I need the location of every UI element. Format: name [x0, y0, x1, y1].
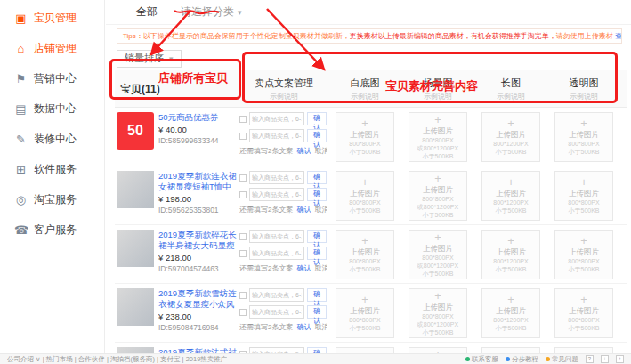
- selling-point-input[interactable]: [249, 129, 304, 142]
- upload-transparent-box[interactable]: +上传图片800*800PX小于500KB: [554, 112, 613, 162]
- back-to-top-icon[interactable]: ↑: [616, 355, 624, 363]
- product-name-link[interactable]: 2019夏季新款雪纺连衣裙女夏显瘦小众风裙女: [158, 288, 239, 310]
- confirm-mini-button[interactable]: 确认: [307, 288, 327, 302]
- upload-limit: 小于500KB: [349, 207, 380, 215]
- cancel-link[interactable]: 取消: [314, 146, 327, 156]
- sidebar-item-marketing-center[interactable]: ⚑ 营销中心: [0, 63, 104, 93]
- upload-long-box[interactable]: +上传图片800*1200PX小于500KB: [481, 230, 540, 279]
- upload-scene-box[interactable]: +上传图片800*800PX或800*1200PX小于500KB: [409, 230, 467, 279]
- selling-point-input[interactable]: [249, 112, 304, 125]
- plus-icon: +: [580, 235, 587, 247]
- category-dropdown[interactable]: 请选择分类 ▾: [181, 4, 242, 20]
- cancel-link[interactable]: 取消: [314, 205, 327, 214]
- product-price: ¥ 218.00: [158, 253, 239, 263]
- footer-faq[interactable]: 常见问题: [546, 355, 578, 364]
- selling-point-input[interactable]: [249, 305, 304, 319]
- plus-icon: +: [434, 231, 441, 243]
- grid-icon: ⊞: [14, 163, 28, 176]
- help-icon[interactable]: ?: [586, 355, 594, 363]
- cancel-link[interactable]: 取消: [314, 322, 327, 332]
- plus-icon: +: [580, 176, 587, 188]
- upload-long-box[interactable]: +上传图片800*1200PX小于500KB: [481, 112, 540, 162]
- upload-scene-box[interactable]: +上传图片800*800PX或800*1200PX小于500KB: [409, 171, 467, 221]
- status-dot-icon: [546, 357, 550, 361]
- cancel-link[interactable]: 取消: [314, 263, 327, 273]
- upload-transparent-box[interactable]: +上传图片800*800PX小于500KB: [554, 288, 613, 338]
- column-sub-long[interactable]: 示例说明: [474, 92, 547, 101]
- upload-limit: 小于500KB: [349, 149, 380, 157]
- upload-scene-box[interactable]: +上传图片800*800PX或800*1200PX小于500KB: [409, 112, 467, 162]
- upload-white-bg-box[interactable]: +上传图片800*800PX小于500KB: [336, 288, 394, 338]
- selling-point-checkbox[interactable]: [239, 250, 247, 257]
- column-sub-scene[interactable]: 示例说明: [401, 92, 474, 101]
- footer-item-label: 常见问题: [552, 355, 578, 364]
- confirm-link[interactable]: 确认: [296, 146, 311, 156]
- upload-long-box[interactable]: +上传图片800*1200PX小于500KB: [481, 288, 540, 338]
- sidebar-item-software-service[interactable]: ⊞ 软件服务: [0, 154, 104, 184]
- selling-point-checkbox[interactable]: [239, 309, 247, 316]
- confirm-mini-button[interactable]: 确认: [307, 230, 327, 243]
- upload-white-bg-box[interactable]: +上传图片800*800PX小于500KB: [336, 112, 394, 162]
- product-id: ID:595084716984: [158, 323, 239, 332]
- product-name-link[interactable]: 50元商品优惠券: [158, 112, 219, 123]
- selling-point-checkbox[interactable]: [239, 191, 247, 198]
- footer-tutorial[interactable]: 分步教程: [506, 355, 538, 364]
- column-sub-transparent[interactable]: 示例说明: [547, 92, 620, 101]
- selling-point-input[interactable]: [249, 171, 304, 184]
- sidebar-item-taobao-service[interactable]: ◎ 淘宝服务: [0, 184, 104, 214]
- chart-icon: ▤: [14, 102, 28, 116]
- confirm-mini-button[interactable]: 确认: [307, 305, 327, 319]
- sidebar-item-data-center[interactable]: ▤ 数据中心: [0, 93, 104, 124]
- selling-point-checkbox[interactable]: [239, 233, 247, 240]
- selling-point-checkbox[interactable]: [239, 174, 247, 182]
- sidebar-item-decoration-center[interactable]: ✎ 装修中心: [0, 124, 104, 154]
- footer-links[interactable]: 公司介绍 ∨ | 热门市场 | 合作伙伴 | 淘拍档(服务商) | 支付宝 | …: [7, 355, 227, 364]
- upload-scene-box[interactable]: +上传图片800*800PX或800*1200PX小于500KB: [409, 288, 467, 338]
- selling-point-checkbox[interactable]: [239, 116, 247, 123]
- chevron-down-icon: ▾: [169, 54, 174, 63]
- tips-detail-link[interactable]: 查看详情>: [615, 32, 622, 40]
- selling-point-input[interactable]: [249, 230, 304, 243]
- selling-point-checkbox[interactable]: [239, 133, 247, 140]
- upload-white-bg-box[interactable]: +上传图片800*800PX小于500KB: [336, 171, 394, 221]
- sidebar-item-product-manage[interactable]: ▣ 宝贝管理: [0, 3, 104, 33]
- product-name-link[interactable]: 2019夏季新款连衣裙女裙显瘦短袖T恤中长款: [158, 171, 239, 192]
- upload-limit: 小于500KB: [349, 266, 380, 274]
- upload-label: 上传图片: [569, 306, 599, 317]
- selling-point-input[interactable]: [249, 247, 304, 260]
- upload-long-box[interactable]: +上传图片800*1200PX小于500KB: [481, 171, 540, 221]
- upload-transparent-box[interactable]: +上传图片800*800PX小于500KB: [554, 230, 613, 279]
- product-name-link[interactable]: 2019夏季新款碎花长裙半身裙女大码显瘦两件套: [158, 230, 239, 251]
- confirm-link[interactable]: 确认: [296, 263, 311, 273]
- confirm-link[interactable]: 确认: [296, 322, 311, 332]
- sidebar-item-label: 装修中心: [34, 132, 77, 147]
- column-header-long: 长图: [474, 77, 547, 90]
- upload-size: 800*1200PX: [493, 199, 528, 207]
- upload-label: 上传图片: [496, 306, 526, 317]
- footer-contact-service[interactable]: 联系客服: [465, 355, 498, 364]
- column-sub-white-bg[interactable]: 示例说明: [328, 92, 401, 101]
- confirm-link[interactable]: 确认: [296, 205, 311, 214]
- upload-white-bg-box[interactable]: +上传图片800*800PX小于500KB: [336, 230, 394, 279]
- selling-point-input[interactable]: [249, 188, 304, 201]
- upload-transparent-box[interactable]: +上传图片800*800PX小于500KB: [554, 171, 613, 221]
- sidebar-item-shop-manage[interactable]: ⌂ 店铺管理: [0, 33, 104, 63]
- download-icon[interactable]: ↓: [601, 355, 609, 363]
- confirm-mini-button[interactable]: 确认: [307, 171, 327, 184]
- upload-label: 上传图片: [350, 247, 380, 258]
- confirm-mini-button[interactable]: 确认: [307, 112, 327, 125]
- upload-limit: 小于500KB: [568, 325, 599, 333]
- tips-text-highlight: 更换素材以上传最新编辑的商品素材，有机会获得推荐手淘完单，: [350, 32, 556, 40]
- confirm-mini-button[interactable]: 确认: [307, 247, 327, 260]
- tab-all[interactable]: 全部: [136, 4, 158, 20]
- upload-limit: 小于500KB: [495, 266, 526, 274]
- selling-point-checkbox[interactable]: [239, 292, 247, 299]
- confirm-mini-button[interactable]: 确认: [307, 188, 327, 201]
- sidebar-item-customer-service[interactable]: ☎ 客户服务: [0, 214, 104, 245]
- footer: 公司介绍 ∨ | 热门市场 | 合作伙伴 | 淘拍档(服务商) | 支付宝 | …: [0, 353, 631, 364]
- sort-dropdown[interactable]: 销量排序 ▾: [117, 50, 182, 68]
- column-sub-copy[interactable]: 示例说明: [239, 92, 328, 101]
- upload-size: 800*800PX: [422, 137, 453, 145]
- confirm-mini-button[interactable]: 确认: [307, 129, 327, 142]
- selling-point-input[interactable]: [249, 288, 304, 302]
